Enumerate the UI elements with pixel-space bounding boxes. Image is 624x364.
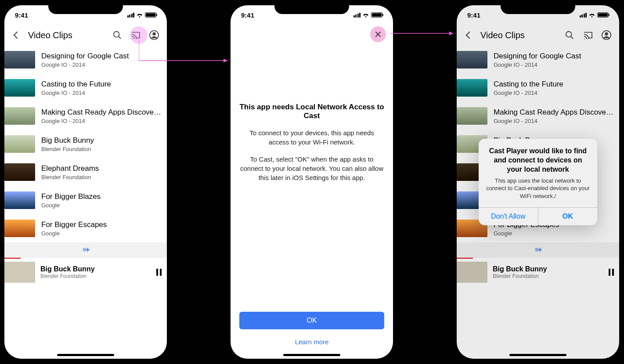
video-subtitle: Blender Foundation xyxy=(41,174,162,180)
list-item[interactable]: For Bigger EscapesGoogle xyxy=(4,214,167,242)
flow-arrow-2 xyxy=(391,31,457,40)
video-thumbnail xyxy=(4,107,35,125)
video-subtitle: Blender Foundation xyxy=(41,146,162,152)
video-thumbnail xyxy=(4,163,35,181)
video-thumbnail xyxy=(4,191,35,209)
home-indicator xyxy=(509,354,566,356)
queue-bar[interactable]: ≡+ xyxy=(4,242,167,257)
page-title: Video Clips xyxy=(28,30,106,40)
video-subtitle: Google IO - 2014 xyxy=(41,118,162,124)
list-item[interactable]: Designing for Google CastGoogle IO - 201… xyxy=(4,46,167,74)
video-title: Big Buck Bunny xyxy=(41,136,162,145)
video-thumbnail xyxy=(4,220,35,237)
list-item[interactable]: Making Cast Ready Apps Discover...Google… xyxy=(4,102,167,130)
wifi-icon xyxy=(362,12,369,18)
cellular-signal-icon xyxy=(353,13,361,18)
video-thumbnail xyxy=(4,135,35,153)
svg-point-0 xyxy=(114,32,119,37)
device-notch xyxy=(501,1,575,14)
video-title: Casting to the Future xyxy=(41,80,162,89)
status-time: 9:41 xyxy=(241,11,254,19)
list-item[interactable]: Casting to the FutureGoogle IO - 2014 xyxy=(4,74,167,102)
alert-dont-allow-button[interactable]: Don't Allow xyxy=(479,208,538,225)
account-icon xyxy=(149,30,159,40)
search-icon xyxy=(112,30,122,40)
interstitial-body-2: To Cast, select "OK" when the app asks t… xyxy=(239,155,384,182)
interstitial-body-1: To connect to your devices, this app nee… xyxy=(239,128,384,147)
ok-button[interactable]: OK xyxy=(239,312,384,329)
battery-icon xyxy=(145,12,156,18)
alert-message: This app uses the local network to conne… xyxy=(486,177,590,200)
playback-progress xyxy=(4,258,21,259)
screen-alert: 9:41 Video Clips Designing for Google Ca… xyxy=(457,5,619,359)
video-list: Designing for Google CastGoogle IO - 201… xyxy=(4,46,167,242)
phone-frame-2: 9:41 This app needs Local Network Access… xyxy=(226,1,397,363)
list-item[interactable]: Big Buck BunnyBlender Foundation xyxy=(4,130,167,158)
wifi-icon xyxy=(136,12,143,18)
now-playing-subtitle: Blender Foundation xyxy=(40,273,151,279)
video-title: For Bigger Escapes xyxy=(41,220,162,229)
device-notch xyxy=(274,1,349,14)
battery-icon xyxy=(371,12,382,18)
close-icon xyxy=(375,31,382,38)
phone-frame-1: 9:41 Video Clips Designing for Google Ca… xyxy=(0,1,171,363)
close-button[interactable] xyxy=(370,26,386,42)
interstitial-title: This app needs Local Network Access to C… xyxy=(239,103,384,120)
video-title: For Bigger Blazes xyxy=(41,192,162,201)
playlist-add-icon: ≡+ xyxy=(83,246,89,254)
account-button[interactable] xyxy=(147,28,162,43)
video-thumbnail xyxy=(4,79,35,97)
video-subtitle: Google IO - 2014 xyxy=(41,61,162,68)
svg-point-4 xyxy=(152,32,155,36)
list-item[interactable]: Elephant DreamsBlender Foundation xyxy=(4,158,167,186)
screen-interstitial: 9:41 This app needs Local Network Access… xyxy=(231,5,393,359)
video-subtitle: Google IO - 2014 xyxy=(41,90,162,96)
video-title: Designing for Google Cast xyxy=(41,52,162,61)
screen-video-list: 9:41 Video Clips Designing for Google Ca… xyxy=(4,5,167,359)
video-subtitle: Google xyxy=(41,230,162,237)
alert-title: Cast Player would like to find and conne… xyxy=(486,147,590,174)
highlight-cast-button xyxy=(130,26,148,44)
status-right xyxy=(127,12,157,18)
status-time: 9:41 xyxy=(15,11,28,19)
video-subtitle: Google xyxy=(41,202,162,209)
home-indicator xyxy=(57,354,114,356)
search-button[interactable] xyxy=(110,28,125,43)
home-indicator xyxy=(283,354,340,356)
now-playing-title: Big Buck Bunny xyxy=(40,265,151,273)
list-item[interactable]: For Bigger BlazesGoogle xyxy=(4,186,167,214)
cellular-signal-icon xyxy=(127,13,135,18)
phone-frame-3: 9:41 Video Clips Designing for Google Ca… xyxy=(452,1,624,363)
pause-button[interactable] xyxy=(156,269,162,276)
video-title: Making Cast Ready Apps Discover... xyxy=(41,108,162,117)
now-playing-thumbnail xyxy=(4,262,35,283)
alert-backdrop: Cast Player would like to find and conne… xyxy=(457,5,619,359)
back-button[interactable] xyxy=(10,28,25,43)
chevron-left-icon xyxy=(14,32,21,39)
alert-ok-button[interactable]: OK xyxy=(538,208,598,225)
status-right xyxy=(353,12,383,18)
local-network-alert: Cast Player would like to find and conne… xyxy=(479,139,597,225)
svg-line-1 xyxy=(119,36,121,39)
device-notch xyxy=(48,1,123,14)
video-title: Elephant Dreams xyxy=(41,164,162,173)
local-network-interstitial: This app needs Local Network Access to C… xyxy=(231,25,393,359)
video-thumbnail xyxy=(4,51,35,68)
now-playing-bar[interactable]: Big Buck Bunny Blender Foundation xyxy=(4,257,167,286)
learn-more-link[interactable]: Learn more xyxy=(239,338,384,346)
